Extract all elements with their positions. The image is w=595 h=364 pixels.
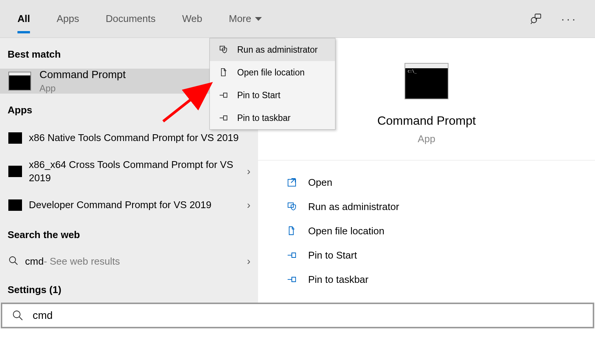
action-open[interactable]: Open [286,170,595,195]
svg-rect-4 [288,179,296,186]
command-prompt-icon [8,166,22,177]
app-label: Developer Command Prompt for VS 2019 [29,198,243,212]
ctx-label: Pin to taskbar [237,113,291,123]
app-item-x86-x64-cross[interactable]: x86_x64 Cross Tools Command Prompt for V… [0,151,258,191]
svg-line-16 [19,317,22,320]
action-label: Pin to taskbar [308,274,368,286]
shield-icon [286,201,298,212]
search-icon [12,310,24,321]
settings-header: Settings (1) [0,273,258,304]
search-input[interactable] [32,309,593,322]
tab-documents[interactable]: Documents [106,0,156,38]
chevron-down-icon [255,17,262,21]
command-prompt-icon [8,72,31,91]
shield-icon [218,44,229,55]
chevron-right-icon: › [247,255,250,267]
app-label: x86 Native Tools Command Prompt for VS 2… [29,131,250,144]
search-web-header: Search the web [0,218,258,249]
action-pin-taskbar[interactable]: Pin to taskbar [286,267,595,292]
tab-all[interactable]: All [17,0,30,38]
pin-icon [286,249,298,261]
folder-icon [218,67,229,78]
pin-icon [218,90,229,100]
action-label: Pin to Start [308,249,357,261]
action-pin-start[interactable]: Pin to Start [286,243,595,267]
tab-more[interactable]: More [229,0,262,38]
svg-line-3 [15,262,17,265]
ctx-open-location[interactable]: Open file location [210,61,335,84]
web-search-item[interactable]: cmd - See web results › [0,249,258,273]
best-match-title: Command Prompt [39,69,126,81]
command-prompt-icon [405,63,449,99]
command-prompt-icon [8,132,22,144]
pin-icon [218,113,229,123]
app-label: x86_x64 Cross Tools Command Prompt for V… [29,158,243,185]
open-icon [286,177,298,188]
chevron-right-icon: › [247,165,250,177]
chevron-right-icon: › [247,199,250,211]
best-match-subtitle: App [39,83,126,94]
ctx-run-admin[interactable]: Run as administrator [210,38,335,61]
ctx-pin-taskbar[interactable]: Pin to taskbar [210,107,335,129]
svg-point-15 [13,311,20,318]
tab-apps[interactable]: Apps [57,0,79,38]
feedback-icon[interactable] [529,13,542,25]
context-menu: Run as administrator Open file location … [209,38,335,130]
preview-subtitle: App [418,133,435,145]
action-label: Run as administrator [308,201,399,213]
search-filter-tabs: All Apps Documents Web More ··· [0,0,595,38]
ctx-label: Run as administrator [237,45,318,55]
folder-icon [286,225,298,237]
pin-icon [286,274,298,285]
action-label: Open [308,177,332,188]
ctx-label: Pin to Start [237,90,280,100]
action-label: Open file location [308,225,384,237]
tab-web[interactable]: Web [182,0,202,38]
web-suffix: - See web results [44,256,120,267]
more-options-icon[interactable]: ··· [561,13,578,25]
tab-more-label: More [229,13,251,25]
svg-rect-1 [535,14,541,18]
app-item-developer[interactable]: Developer Command Prompt for VS 2019 › [0,191,258,218]
ctx-label: Open file location [237,67,305,78]
svg-point-2 [9,257,16,263]
ctx-pin-start[interactable]: Pin to Start [210,84,335,107]
svg-rect-6 [288,203,293,207]
action-open-location[interactable]: Open file location [286,219,595,243]
command-prompt-icon [8,199,22,211]
search-bar[interactable] [1,303,594,328]
web-term: cmd [25,256,44,267]
search-icon [8,256,18,267]
preview-title: Command Prompt [377,114,476,128]
action-run-admin[interactable]: Run as administrator [286,195,595,219]
